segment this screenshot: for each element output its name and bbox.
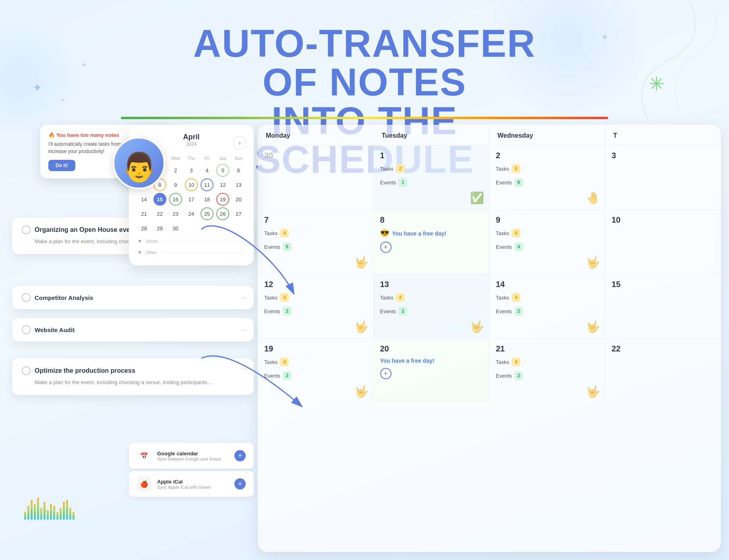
cal-day-12[interactable]: 12 (216, 178, 229, 191)
cal-day-empty5 (232, 222, 245, 235)
tasks-badge-1: Tasks 2 (380, 164, 483, 176)
tasks-badge-12: Tasks 4 (264, 293, 367, 304)
task-title-4: Optimize the production process (35, 367, 135, 374)
cal-section-voiset: ▼ Voiset (137, 235, 246, 246)
cal-day-25[interactable]: 25 (201, 207, 213, 220)
hero-title-line1: AUTO-TRANSFER OF NOTES (182, 24, 547, 101)
cal-day-27[interactable]: 27 (232, 207, 245, 220)
cell-deco-12: 🤟 (354, 320, 369, 333)
integration-apple: 🍎 Apple iCal Sync Apple iCal with Voiset… (129, 471, 254, 497)
cal-day-26[interactable]: 26 (216, 207, 229, 220)
cal-day-5[interactable]: 5 (216, 164, 229, 177)
task-title-1: Organizing an Open House event (35, 226, 136, 234)
task-dots-competitor[interactable]: ··· (241, 293, 247, 302)
week-body: 30 1 Tasks 2 Events 1 ✅ 2 Tasks 5 Events… (258, 145, 721, 403)
wave-bar-9 (50, 504, 52, 520)
cal-day-19[interactable]: 19 (216, 193, 229, 206)
gradient-bar (121, 117, 608, 119)
events-badge-13: Events 2 (380, 307, 483, 318)
task-dots-website[interactable]: ··· (241, 326, 247, 334)
cal-day-22[interactable]: 22 (153, 207, 166, 220)
date-20: 20 (380, 344, 483, 353)
header-wednesday: Wednesday (489, 125, 605, 145)
wave-bar-6 (40, 508, 42, 520)
cell-21: 21 Tasks 4 Events 2 🤟 (489, 339, 605, 403)
svg-text:🍎: 🍎 (140, 480, 148, 488)
apple-add-button[interactable]: + (234, 478, 246, 490)
cal-day-9[interactable]: 9 (169, 178, 182, 191)
cell-12: 12 Tasks 4 Events 2 🤟 (258, 274, 374, 339)
cal-day-10[interactable]: 10 (185, 178, 198, 191)
cal-day-17[interactable]: 17 (185, 193, 198, 206)
cell-deco-9: 🤟 (586, 256, 600, 269)
wave-bar-14 (66, 500, 68, 520)
cal-day-6[interactable]: 6 (232, 164, 245, 177)
cal-day-4[interactable]: 4 (201, 164, 213, 177)
date-8: 8 (380, 215, 483, 225)
audio-wave (24, 496, 75, 520)
cell-9: 9 Tasks 4 Events 4 🤟 (489, 210, 605, 274)
cell-15: 15 (605, 274, 721, 339)
task-card-optimize: ··· Optimize the production process Make… (12, 358, 254, 395)
integration-apple-text: Apple iCal Sync Apple iCal with Voiset (157, 479, 234, 490)
do-it-button[interactable]: Do it! (48, 160, 75, 171)
wave-bar-7 (43, 502, 46, 520)
task-dots-4[interactable]: ··· (241, 365, 247, 373)
cal-day-3[interactable]: 3 (185, 164, 198, 177)
date-30: 30 (264, 151, 367, 160)
cal-day-14[interactable]: 14 (138, 193, 151, 206)
tasks-badge-9: Tasks 4 (496, 229, 599, 240)
wave-bar-10 (53, 506, 55, 520)
integration-google-text: Google calendar Sync betweet Google and … (157, 450, 234, 461)
cal-day-empty3 (201, 222, 213, 235)
events-badge-9: Events 4 (496, 242, 599, 254)
date-7: 7 (264, 215, 367, 225)
tasks-badge-14: Tasks 4 (496, 293, 599, 304)
cal-day-16[interactable]: 16 (169, 193, 182, 206)
cell-14: 14 Tasks 4 Events 2 🤟 (489, 274, 605, 339)
tasks-badge-21: Tasks 4 (496, 357, 599, 369)
weekly-calendar: Monday Tuesday Wednesday T 30 1 Tasks 2 … (258, 125, 721, 552)
cal-day-28[interactable]: 28 (138, 222, 151, 235)
cell-10: 10 (605, 210, 721, 274)
task-checkbox-3[interactable] (22, 325, 31, 334)
cell-3: 3 (605, 145, 721, 210)
cal-day-11[interactable]: 11 (201, 178, 213, 191)
cal-day-empty2 (185, 222, 198, 235)
wave-bar-15 (69, 508, 71, 520)
cal-day-2[interactable]: 2 (169, 164, 182, 177)
date-21: 21 (496, 344, 599, 353)
wave-bar-3 (31, 500, 33, 520)
sparkle-3: ✦ (60, 97, 65, 103)
cal-day-15-today[interactable]: 15 (153, 193, 166, 206)
task-checkbox-4[interactable] (22, 366, 31, 375)
wave-bar-5 (37, 498, 39, 520)
calendar-next-button[interactable]: › (234, 137, 246, 149)
tasks-badge-2: Tasks 5 (496, 164, 599, 176)
wave-bar-12 (60, 508, 62, 520)
cal-day-13[interactable]: 13 (232, 178, 245, 191)
task-header-4: Optimize the production process (22, 366, 244, 375)
tasks-badge-19: Tasks 4 (264, 357, 367, 369)
task-card-website: Website Audit ··· (12, 318, 254, 341)
task-checkbox-2[interactable] (22, 293, 31, 302)
google-add-button[interactable]: + (234, 450, 246, 461)
cal-day-24[interactable]: 24 (185, 207, 198, 220)
add-button-20[interactable]: + (380, 368, 391, 379)
cal-day-30[interactable]: 30 (169, 222, 182, 235)
cell-deco-7: 🤟 (354, 256, 369, 269)
cal-day-21[interactable]: 21 (138, 207, 151, 220)
cal-day-23[interactable]: 23 (169, 207, 182, 220)
date-10: 10 (612, 215, 715, 225)
cell-deco-13: 🤟 (470, 320, 484, 333)
events-badge-2: Events 6 (496, 178, 599, 189)
cal-day-20[interactable]: 20 (232, 193, 245, 206)
date-1: 1 (380, 151, 483, 160)
cal-day-29[interactable]: 29 (153, 222, 166, 235)
free-day-20: You have a free day! (380, 357, 483, 364)
user-avatar: 👨 (113, 137, 165, 189)
cell-deco-1: ✅ (470, 191, 484, 205)
cal-day-18[interactable]: 18 (201, 193, 213, 206)
task-checkbox-1[interactable] (22, 225, 31, 234)
add-button-8[interactable]: + (380, 242, 391, 253)
